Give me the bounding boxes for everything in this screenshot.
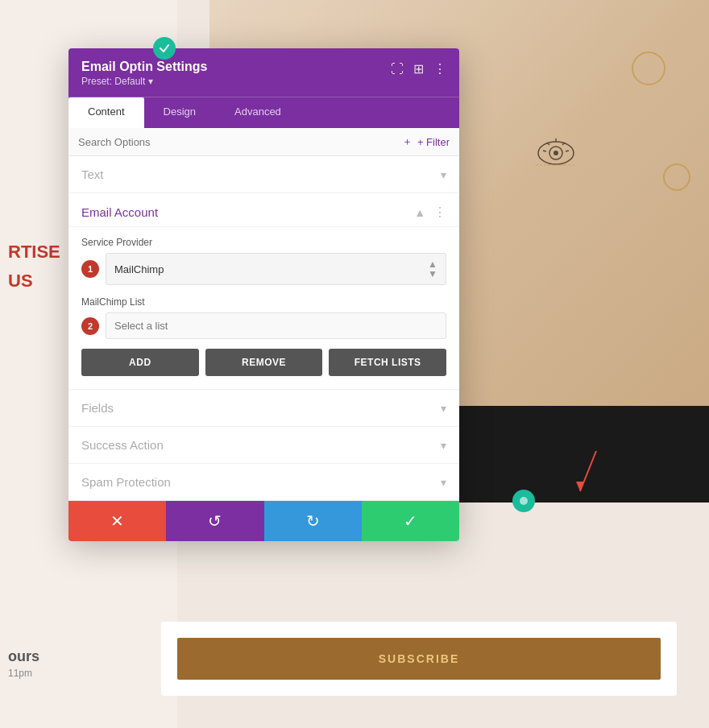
service-provider-label: Service Provider (81, 237, 446, 248)
modal-body: Text ▾ Email Account ▲ ⋮ Service Provide… (68, 156, 459, 501)
svg-line-9 (566, 151, 569, 151)
action-buttons: ADD REMOVE FETCH LISTS (81, 349, 446, 376)
add-button[interactable]: ADD (81, 349, 199, 376)
bottom-text: ours 11pm (8, 648, 39, 680)
service-provider-select[interactable]: MailChimp ▲ ▼ (106, 253, 446, 285)
modal-tabs: Content Design Advanced (68, 97, 459, 128)
spam-protection-label: Spam Protection (81, 475, 171, 489)
redo-button[interactable]: ↻ (264, 501, 362, 541)
subscribe-area: SUBSCRIBE (161, 622, 677, 696)
tab-advanced[interactable]: Advanced (215, 97, 301, 128)
modal: Email Optin Settings Preset: Default ▾ ⛶… (68, 48, 459, 541)
time-text: 11pm (8, 668, 32, 679)
mailchimp-list-label: MailChimp List (81, 296, 446, 308)
modal-header-icons: ⛶ ⊞ ⋮ (391, 60, 446, 76)
search-input[interactable] (78, 136, 402, 148)
section-fields[interactable]: Fields ▾ (68, 390, 459, 427)
fields-section-label: Fields (81, 401, 114, 415)
fields-chevron-icon: ▾ (441, 402, 446, 415)
arrow-annotation (556, 443, 604, 503)
modal-preset[interactable]: Preset: Default ▾ (81, 76, 207, 87)
mailchimp-list-row: 2 (81, 312, 446, 339)
select-arrows-icon: ▲ ▼ (428, 259, 437, 279)
modal-footer: ✕ ↺ ↻ ✓ (68, 501, 459, 541)
filter-button[interactable]: ＋ + Filter (402, 134, 450, 149)
svg-point-11 (520, 497, 528, 505)
modal-header: Email Optin Settings Preset: Default ▾ ⛶… (68, 48, 459, 97)
section-success-action[interactable]: Success Action ▾ (68, 427, 459, 464)
email-account-label: Email Account (81, 205, 158, 219)
email-account-header: Email Account ▲ ⋮ (68, 193, 459, 227)
section-text[interactable]: Text ▾ (68, 156, 459, 193)
section-spam-protection[interactable]: Spam Protection ▾ (68, 464, 459, 501)
svg-marker-13 (576, 482, 584, 491)
columns-icon[interactable]: ⊞ (413, 63, 424, 76)
text-section-label: Text (81, 168, 104, 181)
svg-line-8 (543, 151, 546, 151)
undo-button[interactable]: ↺ (166, 501, 263, 541)
badge-2: 2 (81, 317, 99, 335)
service-provider-row: 1 MailChimp ▲ ▼ (81, 253, 446, 285)
text-chevron-icon: ▾ (441, 168, 446, 181)
fullscreen-icon[interactable]: ⛶ (391, 63, 404, 76)
eye-tattoo (532, 129, 580, 180)
tab-design[interactable]: Design (144, 97, 215, 128)
modal-title: Email Optin Settings (81, 60, 207, 74)
fetch-lists-button[interactable]: FETCH LISTS (329, 349, 446, 376)
filter-icon: ＋ (402, 134, 413, 149)
badge-1: 1 (81, 260, 99, 278)
modal-title-group: Email Optin Settings Preset: Default ▾ (81, 60, 207, 87)
tab-content[interactable]: Content (68, 97, 144, 128)
service-provider-value: MailChimp (114, 263, 164, 275)
teal-circle-right (512, 490, 535, 512)
cancel-button[interactable]: ✕ (68, 501, 166, 541)
success-action-label: Success Action (81, 438, 164, 452)
mailchimp-list-input[interactable] (106, 312, 446, 339)
email-account-icons: ▲ ⋮ (414, 205, 446, 220)
modal-search: ＋ + Filter (68, 128, 459, 156)
svg-point-0 (632, 52, 665, 85)
success-action-chevron-icon: ▾ (441, 439, 446, 452)
email-account-content: Service Provider 1 MailChimp ▲ ▼ MailChi… (68, 227, 459, 390)
spam-protection-chevron-icon: ▾ (441, 476, 446, 489)
subscribe-button[interactable]: SUBSCRIBE (177, 638, 661, 680)
hours-text: ours (8, 648, 39, 665)
save-button[interactable]: ✓ (362, 501, 459, 541)
svg-point-1 (664, 164, 690, 190)
teal-circle-top (153, 37, 176, 60)
svg-point-4 (554, 151, 558, 155)
email-account-more-icon[interactable]: ⋮ (433, 205, 446, 220)
remove-button[interactable]: REMOVE (205, 349, 323, 376)
more-icon[interactable]: ⋮ (433, 63, 446, 76)
email-account-chevron-up-icon[interactable]: ▲ (414, 206, 425, 219)
